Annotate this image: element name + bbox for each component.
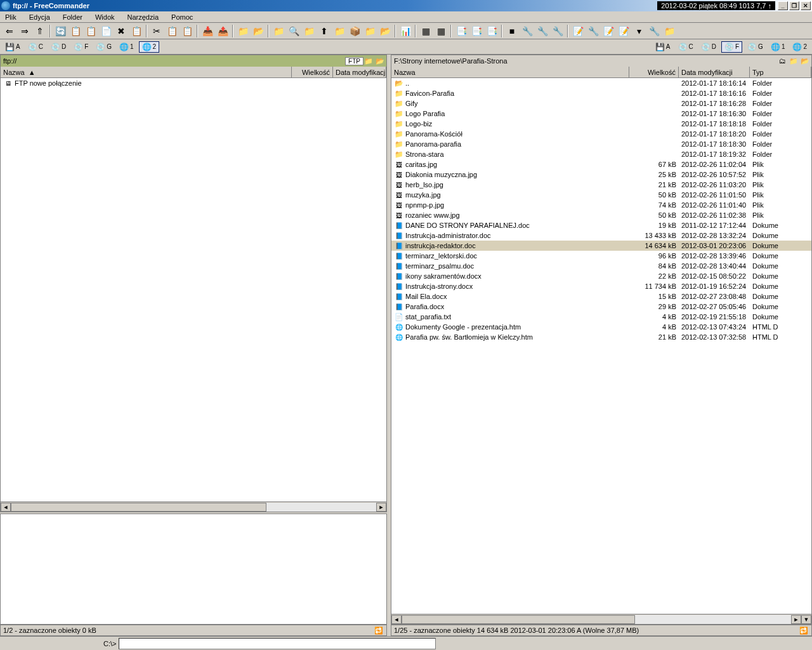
list-item[interactable]: instrukcja-redaktor.doc14 634 kB2012-03-… xyxy=(391,241,811,251)
list-item[interactable]: DANE DO STRONY PARAFIALNEJ.doc19 kB2011-… xyxy=(391,220,811,230)
drive-G[interactable]: 💿G xyxy=(93,41,114,53)
toolbar-btn-6[interactable]: 📋 xyxy=(84,24,98,38)
toolbar-btn-5[interactable]: 📋 xyxy=(69,24,82,38)
left-file-list[interactable]: FTP nowe połączenie xyxy=(1,78,386,501)
list-item[interactable]: Logo-biz2012-01-17 18:18:18Folder xyxy=(391,119,811,129)
drive-F[interactable]: 💿F xyxy=(71,41,91,53)
toolbar-btn-11[interactable]: ✂ xyxy=(150,24,164,38)
menu-pomoc[interactable]: Pomoc xyxy=(169,13,195,22)
list-item[interactable]: Instrukcja-strony.docx11 734 kB2012-01-1… xyxy=(391,281,811,291)
toolbar-btn-33[interactable]: ▦ xyxy=(434,24,448,38)
refresh-icon[interactable]: 🔁 xyxy=(799,626,809,635)
toolbar-btn-49[interactable]: 🔧 xyxy=(647,24,661,38)
list-item[interactable]: terminarz_psalmu.doc84 kB2012-02-28 13:4… xyxy=(391,261,811,271)
right-history-icon[interactable]: 📂 xyxy=(800,56,810,65)
scroll-right-icon[interactable]: ► xyxy=(791,615,801,624)
toolbar-btn-35[interactable]: 📑 xyxy=(454,24,468,38)
toolbar-btn-41[interactable]: 🔧 xyxy=(535,24,549,38)
scroll-right-icon[interactable]: ► xyxy=(376,503,386,512)
list-item[interactable]: Gify2012-01-17 18:16:28Folder xyxy=(391,98,811,109)
drive-C[interactable]: 💿C xyxy=(25,41,46,53)
list-item[interactable]: Diakonia muzyczna.jpg25 kB2012-02-26 10:… xyxy=(391,169,811,180)
right-tree-icon[interactable]: 🗂 xyxy=(777,56,787,65)
list-item[interactable]: Logo Parafia2012-01-17 18:16:30Folder xyxy=(391,109,811,119)
drive-F[interactable]: 💿F xyxy=(721,41,742,53)
colhead-size[interactable]: Wielkość xyxy=(292,67,333,77)
maximize-button[interactable]: ❐ xyxy=(789,1,799,10)
list-item[interactable]: caritas.jpg67 kB2012-02-26 11:02:04Plik xyxy=(391,159,811,169)
toolbar-btn-21[interactable]: 📁 xyxy=(272,24,285,38)
scroll-left-icon[interactable]: ◄ xyxy=(1,503,11,512)
right-fav-icon[interactable]: 📁 xyxy=(789,56,799,65)
list-item[interactable]: Mail Ela.docx15 kB2012-02-27 23:08:48Dok… xyxy=(391,291,811,302)
list-item[interactable]: muzyka.jpg50 kB2012-02-26 11:01:50Plik xyxy=(391,190,811,200)
drive-1[interactable]: 🌐1 xyxy=(768,41,788,53)
drive-2[interactable]: 🌐2 xyxy=(139,41,160,53)
toolbar-btn-45[interactable]: 🔧 xyxy=(586,24,600,38)
drive-G[interactable]: 💿G xyxy=(745,41,766,53)
colhead-name[interactable]: Nazwa ▲ xyxy=(1,67,292,77)
list-item[interactable]: FTP nowe połączenie xyxy=(1,78,386,88)
toolbar-btn-19[interactable]: 📂 xyxy=(251,24,265,38)
toolbar-btn-23[interactable]: 📁 xyxy=(302,24,316,38)
list-item[interactable]: herb_lso.jpg21 kB2012-02-26 11:03:20Plik xyxy=(391,180,811,190)
toolbar-btn-15[interactable]: 📥 xyxy=(200,24,214,38)
list-item[interactable]: Panorama-parafia2012-01-17 18:18:30Folde… xyxy=(391,139,811,149)
list-item[interactable]: Instrukcja-administrator.doc13 433 kB201… xyxy=(391,230,811,241)
toolbar-btn-36[interactable]: 📑 xyxy=(469,24,483,38)
colhead-size-r[interactable]: Wielkość xyxy=(629,67,679,77)
left-fav-icon[interactable]: 📁 xyxy=(363,56,374,65)
list-item[interactable]: Favicon-Parafia2012-01-17 18:16:16Folder xyxy=(391,88,811,98)
toolbar-btn-18[interactable]: 📁 xyxy=(236,24,250,38)
toolbar-btn-12[interactable]: 📋 xyxy=(165,24,179,38)
drive-D[interactable]: 💿D xyxy=(48,41,69,53)
drive-2[interactable]: 🌐2 xyxy=(790,41,809,53)
toolbar-btn-42[interactable]: 🔧 xyxy=(551,24,565,38)
drive-A[interactable]: 💾A xyxy=(653,41,673,53)
drive-1[interactable]: 🌐1 xyxy=(117,41,136,53)
toolbar-btn-9[interactable]: 📋 xyxy=(129,24,143,38)
list-item[interactable]: stat_parafia.txt4 kB2012-02-19 21:55:18D… xyxy=(391,312,811,322)
right-hscroll[interactable]: ◄ ► ▼ xyxy=(391,614,811,624)
left-history-icon[interactable]: 📂 xyxy=(375,56,385,65)
scroll-down-icon[interactable]: ▼ xyxy=(801,615,811,624)
toolbar-btn-16[interactable]: 📤 xyxy=(216,24,230,38)
list-item[interactable]: ..2012-01-17 18:16:14Folder xyxy=(391,78,811,88)
toolbar-btn-47[interactable]: 📝 xyxy=(617,24,631,38)
colhead-date[interactable]: Data modyfikacji xyxy=(333,67,386,77)
command-input[interactable] xyxy=(119,638,436,649)
toolbar-btn-50[interactable]: 📁 xyxy=(662,24,676,38)
list-item[interactable]: terminarz_lektorski.doc96 kB2012-02-28 1… xyxy=(391,251,811,261)
toolbar-btn-4[interactable]: 🔄 xyxy=(53,24,67,38)
toolbar-btn-46[interactable]: 📝 xyxy=(601,24,615,38)
toolbar-btn-22[interactable]: 🔍 xyxy=(287,24,301,38)
toolbar-btn-37[interactable]: 📑 xyxy=(485,24,499,38)
list-item[interactable]: Parafia pw. św. Bartłomieja w Kielczy.ht… xyxy=(391,332,811,342)
menu-edycja[interactable]: Edycja xyxy=(27,13,53,22)
toolbar-btn-2[interactable]: ⇑ xyxy=(33,24,47,38)
colhead-date-r[interactable]: Data modyfikacji xyxy=(679,67,750,77)
toolbar-btn-8[interactable]: ✖ xyxy=(114,24,128,38)
menu-plik[interactable]: Plik xyxy=(3,13,19,22)
right-file-list[interactable]: ..2012-01-17 18:16:14FolderFavicon-Paraf… xyxy=(391,78,811,614)
right-path-bar[interactable]: F:\Strony internetowe\Parafia-Strona 🗂 📁… xyxy=(391,55,811,67)
toolbar-btn-39[interactable]: ■ xyxy=(505,24,519,38)
toolbar-btn-0[interactable]: ⇐ xyxy=(3,24,16,38)
refresh-icon[interactable]: 🔁 xyxy=(374,626,384,635)
toolbar-btn-44[interactable]: 📝 xyxy=(571,24,585,38)
toolbar-btn-32[interactable]: ▦ xyxy=(419,24,433,38)
toolbar-btn-1[interactable]: ⇒ xyxy=(18,24,32,38)
close-button[interactable]: ✕ xyxy=(801,1,811,10)
drive-C[interactable]: 💿C xyxy=(676,41,696,53)
drive-A[interactable]: 💾A xyxy=(3,41,23,53)
colhead-name-r[interactable]: Nazwa xyxy=(391,67,629,77)
toolbar-btn-48[interactable]: ▾ xyxy=(632,24,646,38)
toolbar-btn-28[interactable]: 📂 xyxy=(378,24,392,38)
colhead-type-r[interactable]: Typ xyxy=(750,67,811,77)
toolbar-btn-40[interactable]: 🔧 xyxy=(520,24,534,38)
toolbar-btn-7[interactable]: 📄 xyxy=(99,24,113,38)
left-path-bar[interactable]: ftp:// FTP 📁 📂 xyxy=(1,55,386,67)
list-item[interactable]: Parafia.docx29 kB2012-02-27 05:05:46Doku… xyxy=(391,302,811,312)
scroll-left-icon[interactable]: ◄ xyxy=(391,615,402,624)
list-item[interactable]: Dokumenty Google - prezentacja.htm4 kB20… xyxy=(391,322,811,332)
